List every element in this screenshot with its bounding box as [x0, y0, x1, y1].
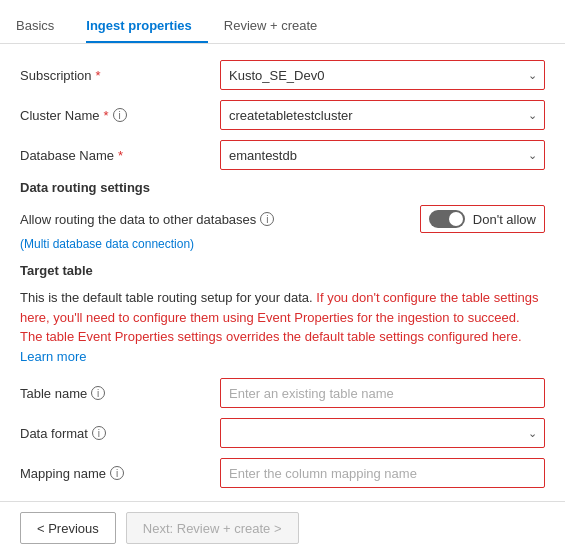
target-description: This is the default table routing setup …	[20, 288, 545, 366]
cluster-name-control: createtabletestcluster ⌄	[220, 100, 545, 130]
target-table-heading: Target table	[20, 263, 545, 278]
tab-bar: Basics Ingest properties Review + create	[0, 0, 565, 44]
mapping-name-info-icon[interactable]: i	[110, 466, 124, 480]
subscription-label: Subscription *	[20, 68, 220, 83]
page-container: Basics Ingest properties Review + create…	[0, 0, 565, 554]
mapping-name-input[interactable]	[220, 458, 545, 488]
table-name-control	[220, 378, 545, 408]
subscription-required: *	[96, 68, 101, 83]
mapping-name-label: Mapping name i	[20, 466, 220, 481]
target-desc-normal: This is the default table routing setup …	[20, 290, 313, 305]
cluster-name-label: Cluster Name * i	[20, 108, 220, 123]
next-button[interactable]: Next: Review + create >	[126, 512, 299, 544]
database-name-row: Database Name * emantestdb ⌄	[20, 140, 545, 170]
tab-ingest[interactable]: Ingest properties	[86, 10, 207, 43]
cluster-name-row: Cluster Name * i createtabletestcluster …	[20, 100, 545, 130]
dont-allow-label: Don't allow	[473, 212, 536, 227]
target-table-section: Target table This is the default table r…	[20, 263, 545, 488]
previous-button[interactable]: < Previous	[20, 512, 116, 544]
subscription-select[interactable]: Kusto_SE_Dev0	[220, 60, 545, 90]
tab-basics[interactable]: Basics	[16, 10, 70, 43]
cluster-info-icon[interactable]: i	[113, 108, 127, 122]
data-routing-heading: Data routing settings	[20, 180, 545, 195]
table-name-input[interactable]	[220, 378, 545, 408]
mapping-name-row: Mapping name i	[20, 458, 545, 488]
cluster-name-select[interactable]: createtabletestcluster	[220, 100, 545, 130]
routing-row: Allow routing the data to other database…	[20, 205, 545, 233]
data-format-info-icon[interactable]: i	[92, 426, 106, 440]
footer: < Previous Next: Review + create >	[0, 501, 565, 554]
database-required: *	[118, 148, 123, 163]
mapping-name-control	[220, 458, 545, 488]
subscription-row: Subscription * Kusto_SE_Dev0 ⌄	[20, 60, 545, 90]
toggle-thumb	[449, 212, 463, 226]
multi-db-note: (Multi database data connection)	[20, 237, 545, 251]
subscription-control: Kusto_SE_Dev0 ⌄	[220, 60, 545, 90]
tab-review[interactable]: Review + create	[224, 10, 334, 43]
table-name-label: Table name i	[20, 386, 220, 401]
table-name-info-icon[interactable]: i	[91, 386, 105, 400]
routing-label-area: Allow routing the data to other database…	[20, 212, 274, 227]
main-content: Subscription * Kusto_SE_Dev0 ⌄ Cluster N…	[0, 44, 565, 501]
data-format-label: Data format i	[20, 426, 220, 441]
data-format-control: ⌄	[220, 418, 545, 448]
cluster-required: *	[103, 108, 108, 123]
learn-more-link[interactable]: Learn more	[20, 349, 86, 364]
database-name-control: emantestdb ⌄	[220, 140, 545, 170]
database-name-select[interactable]: emantestdb	[220, 140, 545, 170]
routing-info-icon[interactable]: i	[260, 212, 274, 226]
data-format-select[interactable]	[220, 418, 545, 448]
data-format-row: Data format i ⌄	[20, 418, 545, 448]
database-name-label: Database Name *	[20, 148, 220, 163]
table-name-row: Table name i	[20, 378, 545, 408]
routing-toggle[interactable]	[429, 210, 465, 228]
routing-toggle-control: Don't allow	[420, 205, 545, 233]
